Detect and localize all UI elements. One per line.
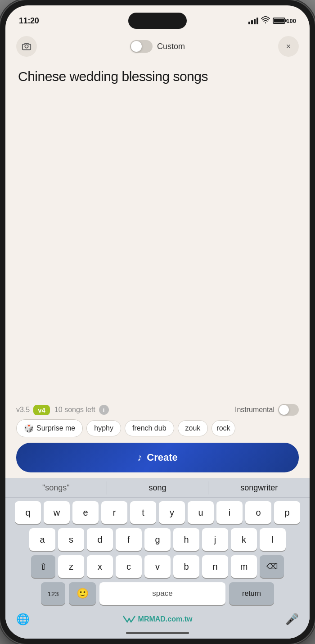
return-key[interactable]: return	[229, 582, 274, 605]
key-row-4: 123 🙂 space return	[7, 582, 308, 605]
predictive-item-1[interactable]: "songs"	[5, 481, 107, 494]
rock-tag[interactable]: rock	[212, 420, 235, 436]
key-d[interactable]: d	[87, 528, 113, 551]
battery-icon: 100	[273, 18, 296, 24]
instrumental-toggle[interactable]	[278, 404, 299, 416]
info-button[interactable]: i	[99, 405, 109, 415]
wifi-icon	[261, 16, 270, 25]
top-bar: Custom ×	[5, 32, 310, 63]
key-f[interactable]: f	[116, 528, 142, 551]
watermark: MRMAD.com.tw	[123, 615, 193, 623]
key-y[interactable]: y	[159, 501, 185, 524]
status-time: 11:20	[19, 16, 39, 26]
svg-point-0	[265, 22, 266, 23]
key-r[interactable]: r	[101, 501, 127, 524]
keyboard: q w e r t y u i o p a s	[5, 498, 310, 611]
create-button-label: Create	[147, 452, 177, 463]
key-row-1: q w e r t y u i o p	[7, 501, 308, 524]
key-o[interactable]: o	[245, 501, 271, 524]
key-e[interactable]: e	[72, 501, 99, 524]
create-button[interactable]: ♪ Create	[16, 443, 299, 472]
v4-badge[interactable]: v4	[33, 405, 50, 415]
main-input-area[interactable]: Chinese wedding blessing songs	[5, 63, 310, 399]
version-row: v3.5 v4 10 songs left i Instrumental	[5, 399, 310, 419]
key-row-3: ⇧ z x c v b n m ⌫	[7, 555, 308, 578]
toggle-knob	[131, 41, 142, 52]
key-q[interactable]: q	[15, 501, 41, 524]
key-s[interactable]: s	[58, 528, 84, 551]
key-t[interactable]: t	[130, 501, 156, 524]
key-p[interactable]: p	[274, 501, 300, 524]
home-indicator	[5, 629, 310, 639]
key-v[interactable]: v	[144, 555, 171, 578]
key-b[interactable]: b	[173, 555, 199, 578]
key-u[interactable]: u	[188, 501, 214, 524]
app-content: Custom × Chinese wedding blessing songs …	[5, 32, 310, 639]
key-i[interactable]: i	[216, 501, 243, 524]
instrumental-knob	[279, 405, 289, 415]
phone-screen: 11:20	[5, 5, 310, 639]
key-g[interactable]: g	[144, 528, 171, 551]
delete-key[interactable]: ⌫	[260, 555, 284, 578]
music-note-icon: ♪	[137, 452, 142, 463]
key-h[interactable]: h	[173, 528, 199, 551]
main-input-text[interactable]: Chinese wedding blessing songs	[18, 68, 297, 85]
camera-button[interactable]	[16, 36, 37, 57]
custom-toggle[interactable]	[130, 40, 153, 53]
zouk-tag[interactable]: zouk	[178, 420, 208, 436]
dynamic-island	[128, 13, 187, 29]
predictive-bar: "songs" song songwriter	[5, 478, 310, 498]
key-z[interactable]: z	[58, 555, 84, 578]
surprise-me-tag[interactable]: 🎲 Surprise me	[16, 419, 83, 437]
key-w[interactable]: w	[44, 501, 70, 524]
tags-row: 🎲 Surprise me hyphy french dub zouk rock	[5, 419, 310, 443]
keyboard-bottom-bar: 🌐 MRMAD.com.tw 🎤	[5, 611, 310, 629]
key-j[interactable]: j	[202, 528, 228, 551]
predictive-item-2[interactable]: song	[107, 481, 209, 494]
key-m[interactable]: m	[231, 555, 257, 578]
songs-left: 10 songs left	[54, 406, 95, 414]
key-c[interactable]: c	[116, 555, 142, 578]
key-x[interactable]: x	[87, 555, 113, 578]
numbers-key[interactable]: 123	[41, 582, 65, 605]
key-l[interactable]: l	[260, 528, 286, 551]
phone-frame: 11:20	[0, 0, 315, 644]
key-row-2: a s d f g h j k l	[7, 528, 308, 551]
microphone-icon[interactable]: 🎤	[285, 613, 299, 626]
dice-icon: 🎲	[24, 423, 34, 433]
signal-icon	[248, 18, 258, 24]
space-key[interactable]: space	[99, 582, 225, 605]
key-k[interactable]: k	[231, 528, 257, 551]
status-icons: 100	[248, 16, 296, 25]
custom-label: Custom	[157, 42, 185, 51]
bottom-panel: v3.5 v4 10 songs left i Instrumental 🎲 S…	[5, 399, 310, 478]
emoji-key[interactable]: 🙂	[69, 582, 96, 605]
v3-label[interactable]: v3.5	[16, 406, 30, 414]
hyphy-tag[interactable]: hyphy	[86, 420, 121, 436]
predictive-item-3[interactable]: songwriter	[208, 481, 310, 494]
custom-toggle-group: Custom	[130, 40, 185, 53]
instrumental-label: Instrumental	[235, 406, 274, 414]
keyboard-area: "songs" song songwriter q w e r t y u i	[5, 478, 310, 639]
french-dub-tag[interactable]: french dub	[125, 420, 174, 436]
close-button[interactable]: ×	[278, 36, 299, 57]
key-n[interactable]: n	[202, 555, 228, 578]
globe-icon[interactable]: 🌐	[16, 613, 30, 626]
key-a[interactable]: a	[29, 528, 55, 551]
home-bar	[126, 632, 189, 634]
shift-key[interactable]: ⇧	[31, 555, 55, 578]
